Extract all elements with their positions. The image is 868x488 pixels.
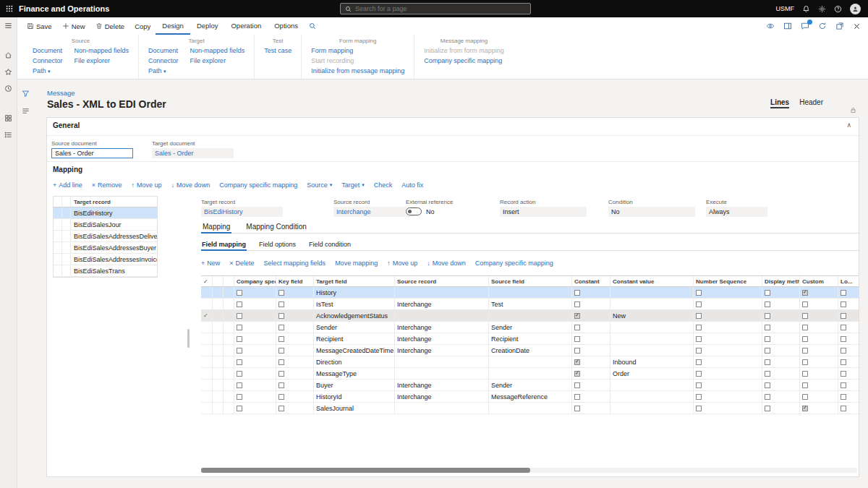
lock-checkbox[interactable] bbox=[838, 333, 859, 344]
company-specific-checkbox-box[interactable] bbox=[237, 290, 242, 296]
workspaces-list-icon[interactable] bbox=[4, 131, 12, 139]
target-field-cell[interactable]: HistoryId bbox=[314, 391, 395, 402]
target-field-cell[interactable]: Recipient bbox=[314, 333, 395, 344]
field-mapping-row[interactable]: HistoryIdInterchangeMessageReference bbox=[201, 391, 859, 403]
display-method-checkbox-box[interactable] bbox=[765, 348, 770, 354]
constant-checkbox-box[interactable] bbox=[574, 325, 580, 330]
company-specific-checkbox-box[interactable] bbox=[237, 382, 242, 388]
custom-checkbox-box[interactable] bbox=[802, 359, 808, 365]
company-specific-checkbox-box[interactable] bbox=[237, 394, 242, 400]
search-input[interactable] bbox=[355, 5, 526, 12]
custom-checkbox-box[interactable] bbox=[802, 325, 808, 330]
display-method-checkbox[interactable] bbox=[762, 356, 800, 367]
company-specific-checkbox[interactable] bbox=[234, 333, 276, 344]
source-record-cell[interactable] bbox=[395, 310, 489, 321]
row-indicator-cell[interactable] bbox=[224, 310, 234, 321]
field-mapping-row[interactable]: SalesJournal bbox=[201, 403, 859, 414]
target-field-cell[interactable]: MessageCreatedDateTime bbox=[314, 345, 395, 356]
custom-checkbox[interactable] bbox=[800, 345, 838, 356]
target-document-link[interactable]: Document bbox=[148, 47, 179, 55]
source-record-cell[interactable]: Interchange bbox=[395, 345, 489, 356]
row-select-cell[interactable] bbox=[201, 333, 213, 344]
refresh-icon[interactable] bbox=[818, 22, 827, 30]
display-method-checkbox[interactable] bbox=[762, 403, 800, 414]
grid-column-header[interactable] bbox=[224, 276, 234, 286]
recent-clock-icon[interactable] bbox=[4, 85, 12, 93]
messages-icon[interactable] bbox=[801, 22, 809, 30]
key-field-checkbox[interactable] bbox=[276, 310, 314, 321]
constant-checkbox[interactable] bbox=[572, 403, 610, 414]
company-specific-checkbox[interactable] bbox=[234, 356, 276, 367]
display-method-checkbox-box[interactable] bbox=[765, 359, 770, 365]
number-sequence-checkbox-box[interactable] bbox=[696, 371, 702, 377]
source-document-link[interactable]: Document bbox=[33, 47, 63, 55]
toolbar-button[interactable]: ↑ Move up bbox=[132, 181, 162, 189]
constant-checkbox-box[interactable] bbox=[574, 371, 580, 377]
row-indicator-cell[interactable] bbox=[213, 310, 224, 321]
number-sequence-checkbox[interactable] bbox=[694, 345, 762, 356]
lock-checkbox[interactable] bbox=[838, 345, 859, 356]
custom-checkbox[interactable] bbox=[800, 310, 838, 321]
key-field-checkbox-box[interactable] bbox=[278, 371, 284, 377]
target-record-row[interactable]: BisEdiSalesJour bbox=[54, 219, 157, 231]
constant-checkbox[interactable] bbox=[572, 356, 610, 367]
target-field-cell[interactable]: Sender bbox=[314, 322, 395, 333]
source-record-cell[interactable] bbox=[395, 287, 489, 298]
toolbar-button[interactable]: Auto fix bbox=[401, 181, 423, 189]
number-sequence-checkbox-box[interactable] bbox=[696, 406, 702, 411]
source-record-cell[interactable] bbox=[395, 368, 489, 379]
display-method-checkbox[interactable] bbox=[762, 287, 800, 298]
field-subtab[interactable]: Field condition bbox=[308, 241, 352, 251]
grid-column-header[interactable]: ✓ bbox=[201, 276, 213, 286]
lock-checkbox-box[interactable] bbox=[841, 313, 846, 319]
ribbon-tab[interactable]: Operation bbox=[224, 17, 268, 35]
toolbar-button[interactable]: Source ▾ bbox=[307, 181, 332, 189]
key-field-checkbox-box[interactable] bbox=[278, 359, 284, 365]
company-specific-checkbox-box[interactable] bbox=[237, 406, 242, 411]
source-field-cell[interactable] bbox=[489, 403, 572, 414]
toolbar-button[interactable]: Company specific mapping bbox=[475, 260, 553, 267]
general-section-title[interactable]: General bbox=[53, 121, 80, 129]
lock-checkbox[interactable] bbox=[838, 287, 859, 298]
toolbar-button[interactable]: ↓ Move down bbox=[171, 181, 210, 189]
custom-checkbox[interactable] bbox=[800, 333, 838, 344]
constant-checkbox-box[interactable] bbox=[574, 313, 580, 319]
toolbar-button[interactable]: Company specific mapping bbox=[219, 181, 297, 189]
target-connector-link[interactable]: Connector bbox=[148, 57, 179, 65]
target-field-cell[interactable]: IsTest bbox=[314, 299, 395, 309]
target-record-row[interactable]: BisEdiSalesTrans bbox=[54, 265, 157, 277]
target-path-link[interactable]: Path ▾ bbox=[148, 67, 179, 75]
expand-nav-menu-icon[interactable] bbox=[4, 22, 12, 30]
grid-column-header[interactable]: Lo... bbox=[838, 276, 859, 286]
custom-checkbox-box[interactable] bbox=[802, 301, 808, 307]
display-method-checkbox-box[interactable] bbox=[765, 371, 770, 377]
display-method-checkbox[interactable] bbox=[762, 368, 800, 379]
copy-button[interactable]: Copy bbox=[129, 17, 156, 35]
target-field-cell[interactable]: MessageType bbox=[314, 368, 395, 379]
row-indicator-cell[interactable] bbox=[213, 380, 224, 390]
source-record-cell[interactable]: Interchange bbox=[395, 333, 489, 344]
help-icon[interactable] bbox=[834, 5, 842, 13]
company-specific-checkbox[interactable] bbox=[234, 391, 276, 402]
constant-checkbox[interactable] bbox=[572, 368, 610, 379]
lock-checkbox-box[interactable] bbox=[841, 301, 846, 307]
constant-checkbox-box[interactable] bbox=[574, 336, 580, 342]
company-specific-checkbox-box[interactable] bbox=[237, 301, 242, 307]
row-indicator-cell[interactable] bbox=[224, 333, 234, 344]
execute-value[interactable]: Always bbox=[706, 207, 767, 217]
lock-checkbox-box[interactable] bbox=[841, 325, 846, 330]
lock-checkbox-box[interactable] bbox=[841, 382, 846, 388]
toolbar-button[interactable]: ↑ Move up bbox=[387, 260, 417, 267]
display-method-checkbox[interactable] bbox=[762, 391, 800, 402]
horizontal-scrollbar-thumb[interactable] bbox=[201, 468, 530, 473]
number-sequence-checkbox[interactable] bbox=[694, 299, 762, 309]
constant-value-cell[interactable] bbox=[610, 391, 694, 402]
field-mapping-row[interactable]: MessageCreatedDateTimeInterchangeCreatio… bbox=[201, 345, 859, 356]
field-subtab[interactable]: Field mapping bbox=[201, 241, 247, 251]
number-sequence-checkbox[interactable] bbox=[694, 310, 762, 321]
target-record-row[interactable]: BisEdiSalesAddressesBuyer bbox=[54, 242, 157, 254]
key-field-checkbox[interactable] bbox=[276, 368, 314, 379]
row-select-cell[interactable] bbox=[201, 380, 213, 390]
row-indicator-cell[interactable] bbox=[224, 287, 234, 298]
custom-checkbox-box[interactable] bbox=[802, 336, 808, 342]
